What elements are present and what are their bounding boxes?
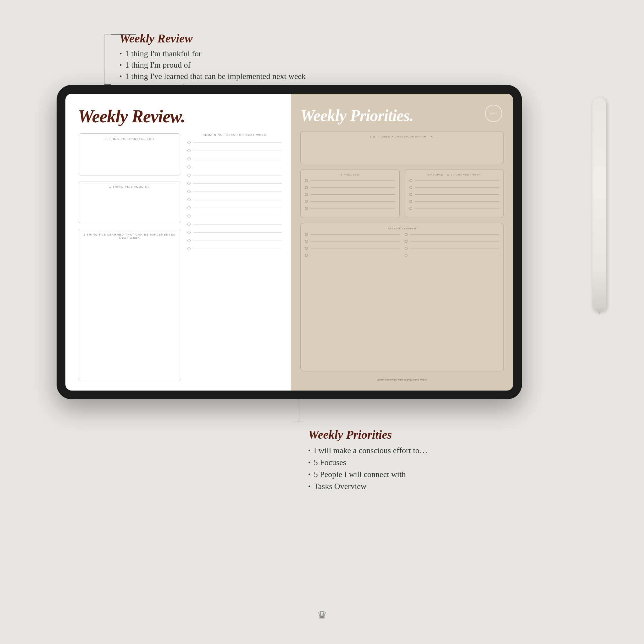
priority-circle [405,233,408,236]
priority-circle [409,186,412,189]
task-circle [187,239,191,242]
priority-circle [305,207,308,210]
priority-line [415,201,499,202]
priority-line [410,255,499,255]
priority-task-row [305,254,400,257]
task-row [187,157,281,160]
learned-box: 1 THING I'VE LEARNED THAT CAN BE IMPLEME… [78,229,181,381]
tasks-overview-section: TASKS OVERVIEW [300,223,504,371]
bottom-growth-note: What's one thing I want to grow in this … [300,376,504,381]
crown-icon: ♛ [317,609,327,622]
priority-task-row [305,186,395,189]
priority-task-row [409,193,499,196]
review-boxes-column: 1 THING I'M THANKFUL FOR 1 THING I'M PRO… [78,133,181,381]
priority-task-row [405,240,499,243]
priority-line [310,201,395,202]
weekly-review-title: Weekly Review. [78,106,281,126]
task-row [187,182,281,185]
priority-line [310,248,400,248]
weekly-review-page: Weekly Review. 1 THING I'M THANKFUL FOR … [65,94,291,391]
conscious-effort-content [305,141,499,160]
task-row [187,231,281,234]
priority-task-row [405,254,499,257]
priority-circle [405,254,408,257]
task-circle [187,174,191,177]
task-circle [187,157,191,160]
priority-circle [305,200,308,203]
priority-task-row [409,186,499,189]
task-line [193,167,281,167]
priority-line [310,234,400,235]
task-line [193,241,281,241]
task-row [187,247,281,250]
thankful-box: 1 THING I'M THANKFUL FOR [78,133,181,175]
task-line [193,224,281,225]
task-line [193,208,281,208]
focuses-people-row: 5 FOCUSES 5 PEOPLE I WILL CONNECT WITH [300,169,504,218]
weekly-priorities-callout-list: I will make a conscious effort to… 5 Foc… [308,446,428,491]
task-circle [187,141,191,144]
callout-bottom: Weekly Priorities I will make a consciou… [308,428,428,494]
priority-circle [305,179,308,182]
tasks-overview-label: TASKS OVERVIEW [305,227,499,230]
proud-box: 1 THING I'M PROUD OF [78,181,181,223]
priority-circle [405,247,408,250]
priority-line [310,187,395,188]
task-circle [187,247,191,250]
thankful-label: 1 THING I'M THANKFUL FOR [83,137,176,141]
list-item: 5 People I will connect with [308,470,428,479]
task-line [193,249,281,249]
remaining-tasks-label: REMAINING TASKS FOR NEXT WEEK [187,133,281,136]
priority-circle [305,254,308,257]
priority-task-row [405,233,499,236]
priority-line [415,194,499,195]
stamp-badge: DAILY [485,105,502,122]
task-row [187,198,281,201]
priority-circle [409,207,412,210]
list-item: 1 thing I'm proud of [119,60,306,70]
priority-line [410,234,499,235]
task-line [193,175,281,175]
priority-task-row [409,179,499,182]
task-line [193,151,281,151]
people-section: 5 PEOPLE I WILL CONNECT WITH [405,169,504,218]
priority-line [415,187,499,188]
priority-task-row [405,247,499,250]
priority-circle [305,233,308,236]
crown-logo-icon: ♛ [317,609,327,622]
task-circle [187,231,191,234]
people-label: 5 PEOPLE I WILL CONNECT WITH [409,173,499,176]
task-circle [187,214,191,218]
priority-circle [409,193,412,196]
list-item: Tasks Overview [308,482,428,491]
task-row [187,190,281,193]
task-circle [187,206,191,209]
priority-circle [305,193,308,196]
priority-circle [305,247,308,250]
list-item: 1 thing I'm thankful for [119,49,306,58]
stylus-pencil [592,97,606,311]
learned-content [83,242,176,377]
tablet-outer-frame: Weekly Review. 1 THING I'M THANKFUL FOR … [57,85,522,399]
proud-content [83,191,176,219]
priority-circle [405,240,408,243]
task-row [187,206,281,209]
tablet-device: Weekly Review. 1 THING I'M THANKFUL FOR … [57,85,522,399]
conscious-effort-section: I WILL MAKE A CONSCIOUS EFFORT TO [300,131,504,164]
priority-line [415,180,499,181]
task-line [193,183,281,184]
focuses-label: 5 FOCUSES [305,173,395,176]
weekly-review-callout-title: Weekly Review [119,31,306,45]
task-circle [187,165,191,169]
task-line [193,159,281,159]
task-line [193,142,281,143]
task-circle [187,149,191,152]
priority-task-row [409,200,499,203]
priority-circle [409,200,412,203]
task-circle [187,182,191,185]
priority-task-row [305,179,395,182]
priority-line [310,194,395,195]
conscious-effort-label: I WILL MAKE A CONSCIOUS EFFORT TO [305,135,499,138]
stamp-text: DAILY [490,112,497,115]
priority-circle [409,179,412,182]
